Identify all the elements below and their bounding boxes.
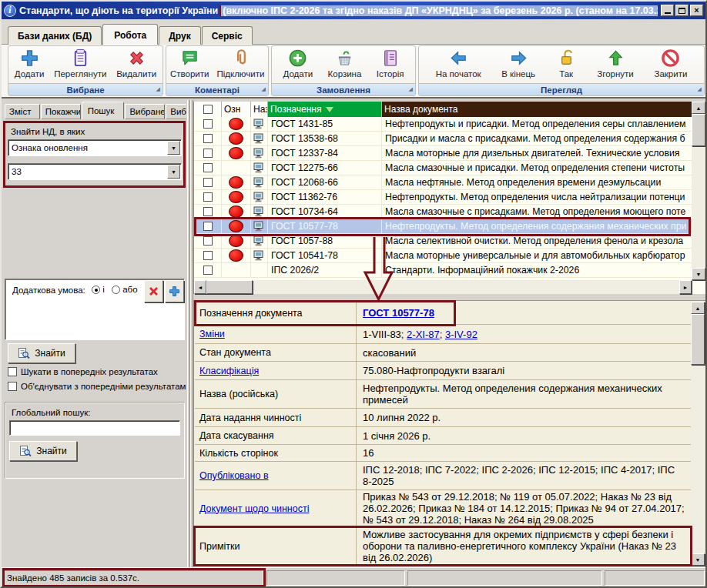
add-order-button[interactable]: Додати — [279, 47, 317, 79]
row-checkbox[interactable] — [203, 207, 213, 216]
add-favorite-button[interactable]: Додати — [11, 47, 49, 79]
chevron-down-icon[interactable]: ▼ — [167, 141, 180, 155]
row-checkbox[interactable] — [203, 236, 213, 246]
group-expander-icon[interactable]: ◢ — [409, 86, 413, 92]
sidebar-tab-favorites[interactable]: Вибране — [125, 104, 165, 119]
header-mark[interactable]: Озн — [222, 102, 251, 117]
history-icon — [380, 48, 400, 68]
header-doc-title[interactable]: Назва документа — [382, 102, 692, 117]
status-section — [407, 570, 602, 586]
find-button[interactable]: Знайти — [8, 343, 75, 363]
sidebar-tab-selection[interactable]: Вибірка — [166, 104, 186, 119]
scroll-right-icon[interactable]: ► — [679, 280, 692, 294]
row-checkbox[interactable] — [203, 192, 213, 202]
sidebar-tab-search[interactable]: Пошук — [82, 102, 125, 119]
search-value-combobox[interactable]: 33 ▼ — [8, 163, 182, 180]
basket-button[interactable]: Корзина — [324, 47, 366, 79]
checkbox-icon[interactable] — [8, 367, 17, 376]
radio-icon[interactable] — [92, 286, 100, 294]
add-condition-button[interactable] — [165, 280, 184, 302]
create-comment-button[interactable]: Створити — [166, 47, 213, 79]
row-checkbox[interactable] — [203, 119, 213, 129]
tab-databases[interactable]: Бази даних (БД) — [8, 26, 102, 45]
checkbox-icon[interactable] — [8, 382, 17, 391]
search-criterion-combobox[interactable]: Ознака оновлення ▼ — [8, 139, 182, 156]
maximize-button[interactable] — [675, 5, 689, 16]
table-row[interactable]: ГОСТ 11362-76Нефтепродукты. Метод опреде… — [194, 190, 692, 205]
detail-label-link[interactable]: Опубліковано в — [199, 470, 269, 481]
detail-value-link[interactable]: ГОСТ 10577-78 — [363, 307, 434, 319]
close-db-button[interactable]: Закрити — [650, 47, 691, 79]
row-checkbox[interactable] — [203, 222, 213, 231]
update-mark-cell — [222, 249, 251, 262]
merge-with-previous-checkbox[interactable]: Об'єднувати з попередніми результатами — [8, 382, 186, 391]
row-checkbox[interactable] — [203, 251, 213, 260]
table-row[interactable]: ІПС 2026/2Стандарти. Інформаційний покаж… — [194, 263, 692, 278]
collapse-button[interactable]: Згорнути — [593, 47, 637, 79]
scroll-up-icon[interactable]: ▲ — [691, 302, 705, 314]
global-search-label: Глобальний пошук: — [12, 408, 90, 417]
search-in-previous-checkbox[interactable]: Шукати в попередніх результатах — [8, 367, 186, 376]
group-expander-icon[interactable]: ◢ — [262, 86, 266, 92]
remove-condition-button[interactable] — [144, 280, 163, 302]
attach-comment-button[interactable]: Підключити — [213, 47, 268, 79]
header-designation[interactable]: Позначення — [268, 102, 382, 117]
table-row[interactable]: ГОСТ 12068-66Масла нефтяные. Метод опред… — [194, 175, 692, 190]
sidebar-tab-contents[interactable]: Зміст — [5, 104, 40, 119]
table-hscroll-thumb[interactable] — [206, 280, 253, 294]
table-row[interactable]: ГОСТ 10577-78Нефтепродукты. Метод опреде… — [194, 219, 692, 234]
group-expander-icon[interactable]: ◢ — [156, 86, 160, 92]
tab-work[interactable]: Робота — [102, 24, 158, 45]
group-expander-icon[interactable]: ◢ — [698, 86, 702, 92]
table-row[interactable]: ГОСТ 12275-66Масла смазочные и присадки.… — [194, 161, 692, 175]
table-row[interactable]: ГОСТ 10734-64Масла смазочные с присадкам… — [194, 205, 692, 219]
table-row[interactable]: ГОСТ 1057-88Масла селективной очистки. М… — [194, 234, 692, 249]
delete-favorite-button[interactable]: Видалити — [112, 47, 160, 79]
table-vscroll-thumb[interactable] — [692, 114, 705, 146]
scroll-down-icon[interactable]: ▼ — [692, 268, 705, 280]
table-row[interactable]: ГОСТ 13538-68Присадки и масла с присадка… — [194, 132, 692, 146]
table-row[interactable]: ГОСТ 10541-78Масла моторные универсальны… — [194, 249, 692, 263]
header-name-short[interactable]: Наз — [251, 102, 268, 117]
radio-or[interactable]: або — [112, 285, 138, 294]
chevron-down-icon[interactable]: ▼ — [167, 165, 180, 179]
scroll-down-icon[interactable]: ▼ — [691, 553, 705, 566]
detail-value-link[interactable]: 2-XI-87 — [407, 329, 440, 340]
button-label: Підключити — [216, 69, 264, 79]
view-favorite-button[interactable]: Переглянути — [50, 47, 110, 79]
ribbon: Додати Переглянути Видалити Вибране◢ Ств… — [2, 45, 705, 99]
select-all-header — [194, 102, 222, 117]
sidebar-tab-index[interactable]: Покажчи — [41, 104, 81, 119]
radio-and[interactable]: і — [92, 285, 105, 294]
radio-icon[interactable] — [112, 286, 120, 294]
select-all-checkbox[interactable] — [203, 105, 213, 114]
close-button[interactable]: × — [690, 5, 703, 16]
details-vscroll-thumb[interactable] — [691, 314, 705, 365]
global-search-input[interactable] — [9, 420, 180, 436]
table-row[interactable]: ГОСТ 12337-84Масла моторные для дизельны… — [194, 146, 692, 161]
detail-label-link[interactable]: Зміни — [199, 329, 225, 339]
row-checkbox[interactable] — [203, 163, 213, 172]
scroll-left-icon[interactable]: ◄ — [194, 280, 206, 294]
minimize-button[interactable] — [661, 5, 674, 16]
tab-service[interactable]: Сервіс — [202, 26, 253, 45]
detail-value-text: Нефтепродукты. Метод определения содержа… — [363, 383, 662, 406]
row-checkbox[interactable] — [203, 149, 213, 158]
detail-value-link[interactable]: 3-IV-92 — [445, 329, 477, 340]
history-button[interactable]: Історія — [373, 47, 408, 79]
doc-code: ГОСТ 12068-66 — [268, 175, 382, 189]
go-last-button[interactable]: В кінець — [498, 47, 539, 79]
table-row[interactable]: ГОСТ 1431-85Нефтепродукты и присадки. Ме… — [194, 117, 692, 132]
go-first-button[interactable]: На початок — [432, 47, 485, 79]
row-checkbox[interactable] — [203, 178, 213, 187]
table-hscrollbar[interactable] — [194, 280, 692, 294]
lock-button[interactable]: Так — [552, 47, 581, 79]
tab-print[interactable]: Друк — [159, 26, 200, 45]
detail-label-link[interactable]: Документ щодо чинності — [199, 503, 309, 514]
row-checkbox[interactable] — [203, 134, 213, 143]
row-checkbox[interactable] — [203, 266, 213, 275]
detail-label-link[interactable]: Класифікація — [199, 366, 259, 376]
panel-splitter[interactable] — [187, 100, 193, 567]
global-find-button[interactable]: Знайти — [9, 441, 77, 461]
scroll-up-icon[interactable]: ▲ — [692, 102, 705, 114]
